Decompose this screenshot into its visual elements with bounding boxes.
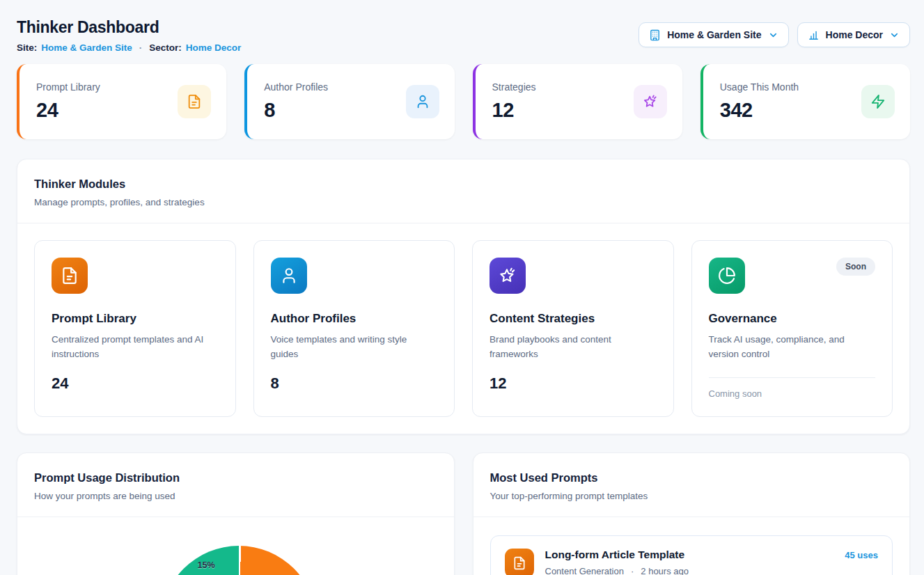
soon-badge: Soon <box>836 258 875 276</box>
site-label: Site: <box>17 42 37 53</box>
most-used-prompts-card: Most Used Prompts Your top-performing pr… <box>473 452 911 575</box>
module-footer: Coming soon <box>709 388 876 399</box>
module-count: 12 <box>490 375 657 393</box>
prompts-header: Most Used Prompts Your top-performing pr… <box>473 453 910 517</box>
chart-header: Prompt Usage Distribution How your promp… <box>17 453 454 517</box>
stat-info: Strategies 12 <box>492 81 536 122</box>
stat-label: Usage This Month <box>720 81 799 93</box>
module-count: 24 <box>52 375 219 393</box>
user-icon <box>406 85 439 118</box>
sector-label: Sector: <box>149 42 182 53</box>
prompt-list: Long-form Article Template Content Gener… <box>473 517 910 575</box>
star-sparkle-icon <box>634 85 667 118</box>
prompts-title: Most Used Prompts <box>490 471 893 485</box>
module-description: Brand playbooks and content frameworks <box>490 333 650 362</box>
stat-info: Prompt Library 24 <box>36 81 100 122</box>
stat-info: Author Profiles 8 <box>264 81 328 122</box>
stat-card-strategies: Strategies 12 <box>473 64 682 139</box>
module-card-prompt-library[interactable]: Prompt Library Centralized prompt templa… <box>34 240 236 417</box>
module-count: 8 <box>271 375 438 393</box>
site-selector-dropdown[interactable]: Home & Garden Site <box>639 22 788 47</box>
thinker-modules-panel: Thinker Modules Manage prompts, profiles… <box>17 159 910 434</box>
module-title: Governance <box>709 312 876 326</box>
donut-slice-label: 15% <box>197 560 214 570</box>
module-title: Author Profiles <box>271 312 438 326</box>
prompt-body: Long-form Article Template Content Gener… <box>545 549 834 575</box>
module-description: Voice templates and writing style guides <box>271 333 431 362</box>
separator-dot: · <box>139 42 143 53</box>
stat-card-usage: Usage This Month 342 <box>700 64 910 139</box>
chevron-down-icon <box>768 30 778 40</box>
prompt-usage-card: Prompt Usage Distribution How your promp… <box>17 452 455 575</box>
stat-value: 8 <box>264 99 328 122</box>
module-description: Centralized prompt templates and AI inst… <box>52 333 212 362</box>
donut-ring[interactable] <box>161 546 317 575</box>
pie-chart-icon <box>709 258 745 294</box>
separator-dot: · <box>631 566 634 575</box>
header-left: Thinker Dashboard Site: Home & Garden Si… <box>17 17 241 53</box>
breadcrumb: Site: Home & Garden Site · Sector: Home … <box>17 42 241 53</box>
star-sparkle-icon <box>490 258 526 294</box>
file-text-icon <box>178 85 211 118</box>
file-text-icon <box>505 549 534 575</box>
site-link[interactable]: Home & Garden Site <box>41 42 132 53</box>
stat-card-prompt-library: Prompt Library 24 <box>17 64 226 139</box>
building-icon <box>649 29 661 41</box>
sector-selector-dropdown[interactable]: Home Decor <box>797 22 910 47</box>
modules-header: Thinker Modules Manage prompts, profiles… <box>17 159 909 223</box>
prompt-uses-badge: 45 uses <box>845 550 878 560</box>
donut-chart: 15% <box>17 517 454 575</box>
module-title: Prompt Library <box>52 312 219 326</box>
chart-title: Prompt Usage Distribution <box>34 471 437 485</box>
module-title: Content Strategies <box>490 312 657 326</box>
chevron-down-icon <box>889 30 900 40</box>
prompt-meta: Content Generation · 2 hours ago <box>545 566 834 575</box>
prompt-time: 2 hours ago <box>641 566 689 575</box>
user-icon <box>271 258 307 294</box>
bottom-row: Prompt Usage Distribution How your promp… <box>17 452 910 575</box>
stat-info: Usage This Month 342 <box>720 81 799 122</box>
stat-card-author-profiles: Author Profiles 8 <box>244 64 454 139</box>
prompt-category: Content Generation <box>545 566 624 575</box>
stat-label: Strategies <box>492 81 536 93</box>
stats-row: Prompt Library 24 Author Profiles 8 Stra… <box>17 64 910 139</box>
stat-label: Prompt Library <box>36 81 100 93</box>
prompt-title: Long-form Article Template <box>545 549 834 561</box>
stat-value: 342 <box>720 99 799 122</box>
site-selector-label: Home & Garden Site <box>667 29 761 40</box>
stat-value: 12 <box>492 99 536 122</box>
sector-link[interactable]: Home Decor <box>186 42 242 53</box>
modules-subtitle: Manage prompts, profiles, and strategies <box>34 197 893 207</box>
stat-label: Author Profiles <box>264 81 328 93</box>
list-item[interactable]: Long-form Article Template Content Gener… <box>490 535 893 575</box>
module-card-governance[interactable]: Soon Governance Track AI usage, complian… <box>691 240 893 417</box>
module-card-author-profiles[interactable]: Author Profiles Voice templates and writ… <box>253 240 455 417</box>
divider <box>709 377 876 378</box>
dashboard-page: Thinker Dashboard Site: Home & Garden Si… <box>0 0 924 575</box>
modules-grid: Prompt Library Centralized prompt templa… <box>17 223 909 434</box>
chart-subtitle: How your prompts are being used <box>34 491 437 501</box>
bar-chart-icon <box>808 29 820 41</box>
page-title: Thinker Dashboard <box>17 18 241 37</box>
header-selectors: Home & Garden Site Home Decor <box>639 22 910 47</box>
modules-title: Thinker Modules <box>34 178 893 191</box>
module-description: Track AI usage, compliance, and version … <box>709 333 869 362</box>
stat-value: 24 <box>36 99 100 122</box>
zap-icon <box>861 85 895 118</box>
prompts-subtitle: Your top-performing prompt templates <box>490 491 893 501</box>
sector-selector-label: Home Decor <box>826 29 883 40</box>
top-bar: Thinker Dashboard Site: Home & Garden Si… <box>17 17 910 53</box>
file-text-icon <box>52 258 88 294</box>
module-card-content-strategies[interactable]: Content Strategies Brand playbooks and c… <box>472 240 674 417</box>
